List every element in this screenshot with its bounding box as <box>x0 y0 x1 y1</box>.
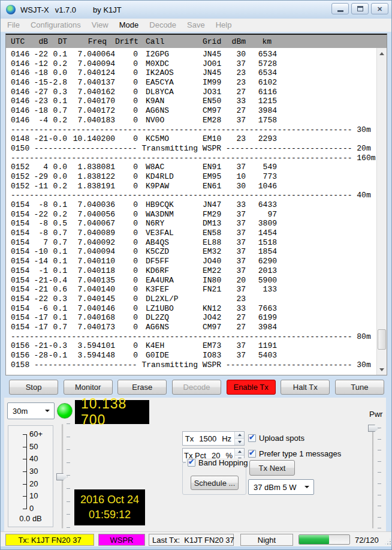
prefer-type1-row: Prefer type 1 messages <box>248 449 341 458</box>
column-header-db: dB <box>29 37 48 46</box>
tx-progress-bar <box>298 534 350 545</box>
halt-tx-button[interactable]: Halt Tx <box>281 380 330 395</box>
progress-count: 72/120 <box>355 536 379 545</box>
clock-display: 2016 Oct 24 01:59:12 <box>74 489 145 525</box>
frequency-display: 10.138 700 <box>75 400 149 424</box>
slider-tick <box>67 423 70 424</box>
slider-tick <box>378 483 381 484</box>
window-frame-edge <box>1 546 392 550</box>
tx-next-button[interactable]: Tx Next <box>249 460 295 476</box>
spin-down-icon <box>238 441 242 443</box>
tx-freq-spin-up[interactable] <box>235 432 244 439</box>
decode-row: 0154-10.17.0401180KD6RFEM22372013 <box>6 266 376 276</box>
band-hopping-label: Band Hopping <box>198 458 248 467</box>
menu-item-mode[interactable]: Mode <box>114 19 144 32</box>
control-panel: 30m 10.138 700 Pwr 60+50403020100 0.0 dB… <box>4 398 386 531</box>
decode-row: 0146-40.27.0401830NV0OEM28371758 <box>6 116 376 125</box>
pwr-slider-track[interactable] <box>372 426 374 528</box>
upload-spots-row: Upload spots <box>248 434 304 443</box>
menu-item-save: Save <box>182 19 210 32</box>
tx-freq-suffix: Hz <box>222 434 231 443</box>
tx-progress-fill <box>299 535 329 544</box>
meter-tick <box>23 447 27 447</box>
scrollbar-track[interactable] <box>376 48 387 375</box>
decode-row: 0148-21-0.010.1402000KC5MOEM10232293 <box>6 134 376 144</box>
decode-row: 0154-210.67.0401400K3FEFFN2137133 <box>6 285 376 294</box>
decode-row: 0146-220.17.0400640I2GPGJN45306534 <box>6 50 376 59</box>
tune-button[interactable]: Tune <box>335 380 384 395</box>
column-header-utc: UTC <box>11 37 29 46</box>
stop-button[interactable]: Stop <box>9 380 58 395</box>
decode-row: 015470.77.0400920AB4QSEL88371518 <box>6 238 376 248</box>
minimize-icon <box>337 10 343 12</box>
slider-tick <box>67 514 70 515</box>
slider-tick <box>378 461 381 462</box>
monitor-button[interactable]: Monitor <box>64 380 113 395</box>
upload-spots-label: Upload spots <box>259 434 304 443</box>
resize-grip[interactable] <box>385 539 391 545</box>
column-header-dt: DT <box>48 37 67 46</box>
tx-freq-spin-down[interactable] <box>235 439 244 446</box>
meter-tick <box>23 484 27 485</box>
scroll-up-button[interactable] <box>377 49 387 58</box>
minimize-button[interactable] <box>331 3 349 14</box>
tx-pct-spin-up[interactable] <box>235 449 244 456</box>
pwr-slider-thumb[interactable] <box>368 425 379 432</box>
close-button[interactable] <box>371 3 388 14</box>
menu-item-file: File <box>2 19 25 32</box>
meter-tick-label: 0 <box>29 504 34 513</box>
slider-tick <box>378 472 381 473</box>
column-header-grid: Grid <box>203 37 230 46</box>
decode-body[interactable]: 0146-220.17.0400640I2GPGJN453065340146-1… <box>6 48 376 375</box>
schedule-button[interactable]: Schedule ... <box>191 476 239 490</box>
slider-tick <box>378 428 381 428</box>
band-hopping-row: Band Hopping <box>186 458 249 467</box>
decode-header: UTCdBDTFreqDriftCallGriddBmkm <box>6 35 387 48</box>
meter-tick-label: 10 <box>29 492 38 500</box>
button-row: StopMonitorEraseDecodeEnable TxHalt TxTu… <box>9 380 384 395</box>
column-header-call: Call <box>146 37 203 46</box>
slider-tick <box>378 439 381 440</box>
band-separator-row: ----------------------------------------… <box>6 332 376 342</box>
decode-row: 0154-170.77.0401730AG6NSCM97273984 <box>6 323 376 332</box>
tx-freq-prefix: Tx <box>185 434 194 443</box>
scroll-down-button[interactable] <box>377 365 387 374</box>
status-tx-message: Tx: K1JT FN20 37 <box>5 534 94 546</box>
decode-row: 0146-120.27.0400940M0XDCJO01375728 <box>6 59 376 69</box>
wsjtx-window: WSJT-X v1.7.0 by K1JT FileConfigurations… <box>0 0 392 550</box>
slider-tick <box>67 462 70 463</box>
decode-row: 0152-110.21.8381910K9PAWEN61301046 <box>6 182 376 191</box>
chevron-down-icon <box>45 410 50 412</box>
decode-row: 0154-100.17.0400940K5CZDEM32371854 <box>6 247 376 257</box>
decode-row: 0146-230.17.0401700K9ANEN50331215 <box>6 97 376 106</box>
column-header-drift: Drift <box>115 37 138 46</box>
decode-row: 0146-270.37.0401620DL8YCAJO31276116 <box>6 88 376 97</box>
rx-level-meter: 60+50403020100 0.0 dB <box>8 425 53 527</box>
decode-row: 0154-80.57.0400670N6RYDM13373809 <box>6 219 376 229</box>
band-hopping-checkbox[interactable] <box>188 459 195 467</box>
enable-tx-button[interactable]: Enable Tx <box>227 380 276 395</box>
gain-slider-thumb[interactable] <box>56 473 68 480</box>
clock-date: 2016 Oct 24 <box>74 492 145 507</box>
band-separator-row: ----------------------------------------… <box>6 125 376 135</box>
clock-time: 01:59:12 <box>74 507 145 522</box>
decode-row: 0154-220.27.0400560WA3DNMFM293797 <box>6 210 376 220</box>
chevron-down-icon <box>304 486 309 488</box>
title-bar[interactable]: WSJT-X v1.7.0 by K1JT <box>1 1 391 19</box>
restore-button[interactable] <box>351 3 369 14</box>
status-mode-badge: WSPR <box>98 534 145 546</box>
slider-tick <box>378 506 381 506</box>
decode-row: 0154-60.17.0401460LZ1UBOKN12337663 <box>6 304 376 314</box>
upload-spots-checkbox[interactable] <box>248 434 256 442</box>
scroll-thumb[interactable] <box>378 329 386 350</box>
status-bar: Tx: K1JT FN20 37 WSPR Last Tx: K1JT FN20… <box>1 531 392 546</box>
slider-tick <box>67 501 70 502</box>
power-select[interactable]: 37 dBm 5 W <box>248 479 314 495</box>
erase-button[interactable]: Erase <box>117 380 167 395</box>
column-header-freq: Freq <box>67 37 115 46</box>
band-select[interactable]: 30m <box>7 402 55 419</box>
window-title-byline: by K1JT <box>93 5 122 14</box>
tx-freq-spinbox[interactable]: Tx 1500 Hz <box>182 431 245 446</box>
prefer-type1-checkbox[interactable] <box>248 450 256 458</box>
slider-tick <box>67 449 70 450</box>
